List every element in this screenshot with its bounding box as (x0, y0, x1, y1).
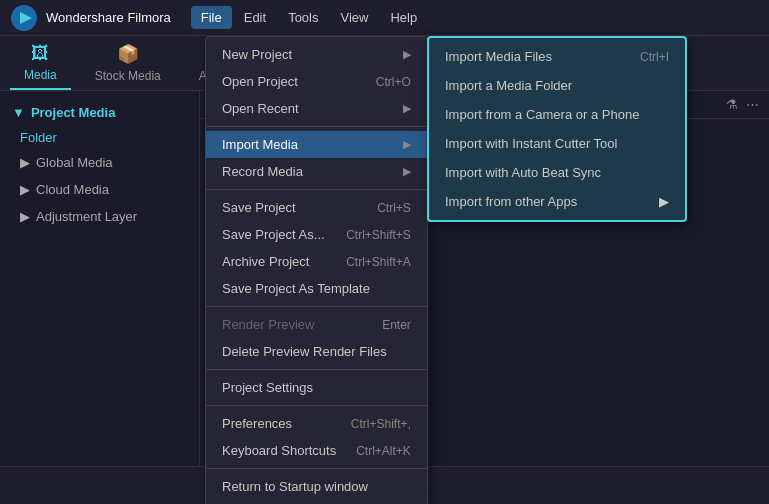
menu-save-project-as[interactable]: Save Project As... Ctrl+Shift+S (206, 221, 427, 248)
menu-new-project[interactable]: New Project ▶ (206, 41, 427, 68)
section-label: Project Media (31, 105, 116, 120)
import-submenu: Import Media Files Ctrl+I Import a Media… (427, 36, 687, 222)
sidebar-section-project-media[interactable]: ▼ Project Media (0, 99, 199, 126)
submenu-import-other[interactable]: Import from other Apps ▶ (429, 187, 685, 216)
adjustment-layer-arrow-icon: ▶ (20, 209, 30, 224)
sidebar-item-adjustment-layer[interactable]: ▶ Adjustment Layer (0, 203, 199, 230)
menu-view[interactable]: View (330, 6, 378, 29)
media-icon: 🖼 (31, 43, 49, 64)
menu-help[interactable]: Help (380, 6, 427, 29)
cloud-media-arrow-icon: ▶ (20, 182, 30, 197)
cloud-media-label: Cloud Media (36, 182, 109, 197)
sidebar-item-cloud-media[interactable]: ▶ Cloud Media (0, 176, 199, 203)
tab-stock-media-label: Stock Media (95, 69, 161, 83)
separator-4 (206, 369, 427, 370)
separator-5 (206, 405, 427, 406)
adjustment-layer-label: Adjustment Layer (36, 209, 137, 224)
app-name: Wondershare Filmora (46, 10, 171, 25)
menu-render-preview: Render Preview Enter (206, 311, 427, 338)
tab-media-label: Media (24, 68, 57, 82)
menu-delete-preview[interactable]: Delete Preview Render Files (206, 338, 427, 365)
section-arrow-icon: ▼ (12, 105, 25, 120)
menu-edit[interactable]: Edit (234, 6, 276, 29)
submenu-import-files[interactable]: Import Media Files Ctrl+I (429, 42, 685, 71)
stock-media-icon: 📦 (117, 43, 139, 65)
menu-open-project[interactable]: Open Project Ctrl+O (206, 68, 427, 95)
menu-return-startup[interactable]: Return to Startup window (206, 473, 427, 500)
record-media-arrow-icon: ▶ (403, 165, 411, 178)
menu-preferences[interactable]: Preferences Ctrl+Shift+, (206, 410, 427, 437)
menu-exit[interactable]: Exit Alt+F4 (206, 500, 427, 504)
import-other-arrow-icon: ▶ (659, 194, 669, 209)
more-icon[interactable]: ⋯ (746, 97, 759, 112)
app-logo (10, 4, 38, 32)
separator-3 (206, 306, 427, 307)
menu-open-recent[interactable]: Open Recent ▶ (206, 95, 427, 122)
tab-media[interactable]: 🖼 Media (10, 37, 71, 90)
filter-icon[interactable]: ⚗ (726, 97, 738, 112)
menu-save-template[interactable]: Save Project As Template (206, 275, 427, 302)
menu-file[interactable]: File (191, 6, 232, 29)
sidebar-item-global-media[interactable]: ▶ Global Media (0, 149, 199, 176)
sidebar: ▼ Project Media Folder ▶ Global Media ▶ … (0, 91, 200, 466)
menu-project-settings[interactable]: Project Settings (206, 374, 427, 401)
global-media-arrow-icon: ▶ (20, 155, 30, 170)
submenu-import-instant[interactable]: Import with Instant Cutter Tool (429, 129, 685, 158)
sidebar-folder-label: Folder (0, 126, 199, 149)
separator-6 (206, 468, 427, 469)
submenu-import-autobeat[interactable]: Import with Auto Beat Sync (429, 158, 685, 187)
titlebar: Wondershare Filmora File Edit Tools View… (0, 0, 769, 36)
menu-bar: File Edit Tools View Help (191, 6, 427, 29)
menu-keyboard-shortcuts[interactable]: Keyboard Shortcuts Ctrl+Alt+K (206, 437, 427, 464)
file-menu: New Project ▶ Open Project Ctrl+O Open R… (205, 36, 428, 504)
menu-archive-project[interactable]: Archive Project Ctrl+Shift+A (206, 248, 427, 275)
menu-record-media[interactable]: Record Media ▶ (206, 158, 427, 185)
separator-1 (206, 126, 427, 127)
open-recent-arrow-icon: ▶ (403, 102, 411, 115)
menu-save-project[interactable]: Save Project Ctrl+S (206, 194, 427, 221)
new-project-arrow-icon: ▶ (403, 48, 411, 61)
submenu-import-camera[interactable]: Import from a Camera or a Phone (429, 100, 685, 129)
import-media-arrow-icon: ▶ (403, 138, 411, 151)
separator-2 (206, 189, 427, 190)
menu-import-media[interactable]: Import Media ▶ (206, 131, 427, 158)
menu-tools[interactable]: Tools (278, 6, 328, 29)
tab-stock-media[interactable]: 📦 Stock Media (81, 37, 175, 89)
global-media-label: Global Media (36, 155, 113, 170)
submenu-import-folder[interactable]: Import a Media Folder (429, 71, 685, 100)
